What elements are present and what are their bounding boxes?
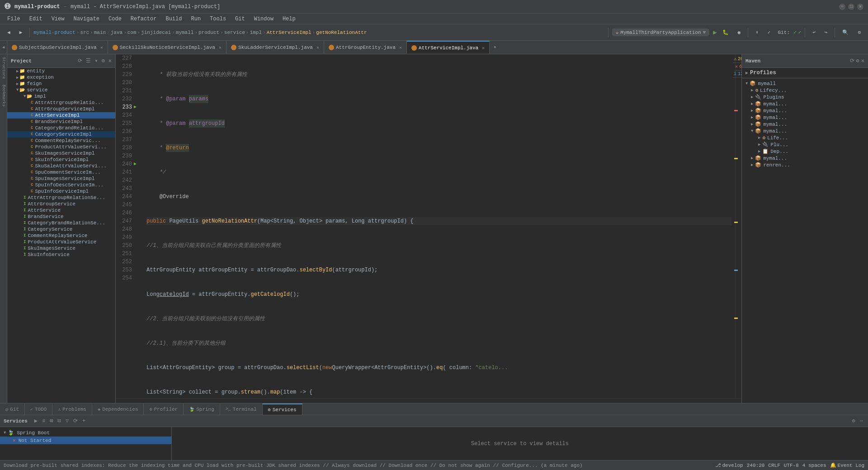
menu-window[interactable]: Window [250, 15, 277, 23]
breadcrumb-product[interactable]: product [198, 30, 219, 35]
maven-item-mymal6[interactable]: ▶ 📦 mymal... [742, 155, 868, 161]
maven-item-mymal3[interactable]: ▶ 📦 mymal... [742, 114, 868, 121]
bottom-tab-git[interactable]: ◎ Git [0, 404, 25, 415]
tree-brandservice[interactable]: C BrandServiceImpl [7, 119, 115, 125]
tree-iface-categoryband[interactable]: I CategoryBrandRelationSe... [7, 220, 115, 226]
tree-productattrvalue[interactable]: C ProductAttrValueServi... [7, 144, 115, 150]
menu-help[interactable]: Help [279, 15, 299, 23]
git-update[interactable]: ⬇ [752, 28, 762, 37]
tree-spuinfodesc[interactable]: C SpuInfoDescServiceIm... [7, 182, 115, 188]
coverage-button[interactable]: ◉ [734, 28, 745, 37]
code-content[interactable]: * 获取当前分组没有关联的所有属性 * @param params * @par… [143, 54, 735, 399]
maven-item-dep-child[interactable]: ▶ 📋 Dep... [742, 148, 868, 155]
tab-seckillskunotice[interactable]: SeckillSkuNoticeServiceImpl.java ✕ [108, 41, 226, 54]
project-close-icon[interactable]: ✕ [108, 57, 112, 64]
services-group-button[interactable]: ⊟ [56, 417, 62, 425]
tab-attrgroupentity[interactable]: AttrGroupEntity.java ✕ [324, 41, 407, 54]
toolbar-back[interactable]: ◀ [4, 28, 14, 37]
tree-commentreplay[interactable]: C CommentReplayServic... [7, 138, 115, 144]
redo-button[interactable]: ↪ [821, 28, 831, 37]
debug-button[interactable]: 🐛 [719, 28, 732, 37]
tab-close-icon5[interactable]: ✕ [482, 45, 485, 51]
menu-run[interactable]: Run [187, 15, 204, 23]
maven-item-mymal1[interactable]: ▶ 📦 mymal... [742, 100, 868, 107]
breadcrumb-main[interactable]: main [94, 30, 106, 35]
breadcrumb-service[interactable]: service [224, 30, 245, 35]
menu-build[interactable]: Build [162, 15, 185, 23]
event-log-status[interactable]: 🔔 Event Log [830, 462, 864, 468]
breadcrumb-method[interactable]: getNoRelationAttr [316, 30, 367, 35]
services-minimize-icon[interactable]: — [859, 418, 864, 425]
tab-attrserviceimpl[interactable]: AttrServiceImpl.java ✕ [407, 41, 490, 54]
tree-attrattrgroup[interactable]: C AttrAttrgroupRelatio... [7, 100, 115, 106]
menu-navigate[interactable]: Navigate [70, 15, 103, 23]
maven-item-mymall[interactable]: ▼ 📦 mymall [742, 80, 868, 87]
tree-iface-skuimages[interactable]: I SkuImagesService [7, 245, 115, 252]
menu-tools[interactable]: Tools [206, 15, 230, 23]
breadcrumb-com[interactable]: com [127, 30, 137, 35]
run-gutter-240[interactable]: ▶ [134, 160, 143, 168]
breadcrumb-class[interactable]: AttrServiceImpl [267, 30, 311, 35]
search-button[interactable]: 🔍 [839, 28, 852, 37]
tree-feign[interactable]: ▶ 📁 feign [7, 81, 115, 87]
undo-button[interactable]: ↩ [809, 28, 819, 37]
project-collapse-icon[interactable]: ▾ [94, 57, 98, 64]
tree-iface-category[interactable]: I CategoryService [7, 226, 115, 233]
close-button[interactable]: ✕ [857, 4, 863, 10]
breadcrumb-impl[interactable]: impl [250, 30, 262, 35]
run-config-selector[interactable]: ☕ MymallThirdPartyApplication ▼ [612, 28, 709, 36]
maven-item-lifecycle[interactable]: ▶ ⚙ Lifecy... [742, 87, 868, 94]
project-gear-icon[interactable]: ⚙ [102, 57, 105, 64]
tab-subjectspuserviceimpl[interactable]: SubjectSpuServiceImpl.java ✕ [7, 41, 108, 54]
tree-skuinfo[interactable]: C SkuInfoServiceImpl [7, 157, 115, 163]
bottom-tab-services[interactable]: ⚙ Services [263, 404, 302, 415]
run-gutter-233[interactable]: ▶ [134, 103, 143, 111]
maven-sync-icon[interactable]: ⟳ [850, 57, 854, 64]
horizontal-scrollbar[interactable] [116, 399, 741, 403]
bottom-tab-dependencies[interactable]: ◈ Dependencies [92, 404, 144, 415]
tree-categoryservice[interactable]: C CategoryServiceImpl [7, 131, 115, 138]
tree-spuimages[interactable]: C SpuImagesServiceImpl [7, 176, 115, 182]
tree-skuimages[interactable]: C SkuImagesServiceImpl [7, 150, 115, 157]
breadcrumb-project[interactable]: mymall-product [33, 30, 75, 35]
tree-iface-brand[interactable]: I BrandService [7, 214, 115, 220]
menu-edit[interactable]: Edit [26, 15, 46, 23]
breadcrumb-java[interactable]: java [111, 30, 123, 35]
git-branch-status[interactable]: ⎇ develop [715, 462, 743, 468]
menu-file[interactable]: File [4, 15, 24, 23]
tab-close-icon[interactable]: ✕ [100, 45, 103, 50]
tab-skuladder[interactable]: SkuLadderServiceImpl.java ✕ [226, 41, 324, 54]
run-button[interactable]: ▶ [713, 28, 717, 36]
maven-collapse-icon[interactable]: ✕ [861, 57, 864, 64]
profiles-expand-icon[interactable]: ▶ [745, 70, 748, 76]
charset-status[interactable]: UTF-8 [784, 463, 799, 468]
breadcrumb-src[interactable]: src [80, 30, 89, 35]
tree-skusaleattrvalue[interactable]: C SkuSaleAttrValueServi... [7, 163, 115, 169]
tree-iface-attrgroup[interactable]: I AttrGroupService [7, 201, 115, 207]
tab-close-icon2[interactable]: ✕ [219, 45, 222, 50]
tree-exception[interactable]: ▶ 📁 exception [7, 74, 115, 81]
maven-item-mymal4[interactable]: ▶ 📦 mymal... [742, 121, 868, 128]
bottom-tab-problems[interactable]: ⚠ Problems [52, 404, 92, 415]
indent-status[interactable]: 4 spaces [802, 463, 826, 468]
tree-iface-attrattrgroup[interactable]: I AttrAttrgroupRelationSe... [7, 195, 115, 201]
tab-close-icon3[interactable]: ✕ [316, 45, 319, 50]
service-springboot-folder[interactable]: ▼ 🍃 Spring Boot [0, 429, 171, 437]
services-add-button[interactable]: + [81, 418, 87, 425]
bottom-tab-spring[interactable]: 🍃 Spring [184, 404, 220, 415]
maven-item-plugins[interactable]: ▶ 🔌 Plugins [742, 94, 868, 100]
toolbar-forward[interactable]: ▶ [16, 28, 26, 37]
maven-item-renren[interactable]: ▶ 📦 renren... [742, 161, 868, 168]
breadcrumb-mymall[interactable]: mymall [176, 30, 194, 35]
menu-git[interactable]: Git [231, 15, 249, 23]
git-commit[interactable]: ✓ [764, 28, 774, 37]
project-sync-icon[interactable]: ⟳ [78, 57, 82, 64]
maven-item-life-child[interactable]: ▶ ⚙ Life... [742, 134, 868, 141]
crlf-status[interactable]: CRLF [768, 463, 780, 468]
tabs-scroll-left[interactable]: ◀ [0, 41, 7, 54]
menu-code[interactable]: Code [105, 15, 125, 23]
maven-item-mymal2[interactable]: ▶ 📦 mymal... [742, 107, 868, 114]
menu-view[interactable]: View [48, 15, 68, 23]
services-refresh-button[interactable]: ⟳ [72, 417, 79, 425]
maven-item-plugins-child[interactable]: ▶ 🔌 Plu... [742, 141, 868, 148]
